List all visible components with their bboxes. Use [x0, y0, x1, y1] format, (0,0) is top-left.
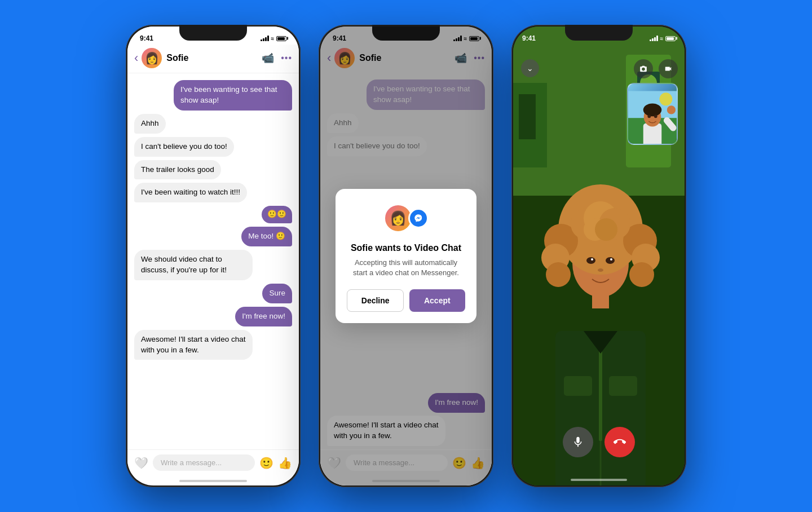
minimize-call-button[interactable]: ⌄ [521, 59, 539, 77]
heart-icon-1[interactable]: 🤍 [134, 456, 148, 470]
header-icons-1: 📹 ••• [262, 52, 292, 64]
svg-point-23 [595, 218, 617, 241]
messages-1: I've been wanting to see that show asap!… [127, 73, 299, 449]
svg-rect-30 [599, 339, 602, 441]
svg-point-25 [606, 257, 615, 264]
modal-description: Accepting this will automatically start … [347, 258, 465, 278]
msg-sent-3: Me too! 🙂 [241, 227, 292, 246]
pip-person [628, 84, 677, 144]
accept-button[interactable]: Accept [409, 289, 465, 312]
top-right-call-icons [634, 59, 678, 78]
svg-point-38 [643, 103, 661, 116]
svg-point-42 [667, 105, 676, 114]
battery-icon-1 [276, 36, 286, 41]
svg-point-26 [591, 258, 593, 261]
emoji-icon-1[interactable]: 🙂 [259, 456, 273, 470]
msg-sent-1: I've been wanting to see that show asap! [174, 80, 292, 111]
msg-recv-3: The trailer looks good [134, 160, 221, 180]
pip-window[interactable] [627, 83, 678, 145]
contact-name-1: Sofie [166, 53, 262, 63]
call-controls [513, 427, 685, 457]
msg-recv-2: I can't believe you do too! [134, 137, 234, 157]
decline-button[interactable]: Decline [347, 289, 404, 312]
msg-sent-4: Sure [262, 284, 292, 303]
status-icons-3: ≈ [650, 36, 676, 42]
back-button-1[interactable]: ‹ [134, 51, 138, 65]
modal-title: Sofie wants to Video Chat [347, 243, 465, 253]
msg-sent-5: I'm free now! [235, 307, 292, 326]
svg-point-35 [659, 92, 672, 105]
chat-header-1: ‹ 👩 Sofie 📹 ••• [127, 45, 299, 73]
svg-point-27 [610, 258, 612, 261]
svg-rect-31 [564, 376, 592, 396]
svg-rect-32 [609, 376, 637, 396]
modal-buttons: Decline Accept [347, 289, 465, 312]
modal-overlay: 👩 Sofie wants to Video Chat Accepting th… [320, 27, 492, 485]
flip-camera-button[interactable] [634, 59, 653, 78]
status-icons-1: ≈ [261, 36, 287, 42]
signal-icon-1 [261, 36, 269, 41]
msg-recv-1: Ahhh [134, 114, 166, 134]
video-call-button-1[interactable]: 📹 [262, 52, 274, 64]
home-indicator-1 [179, 480, 247, 482]
like-icon-1[interactable]: 👍 [278, 456, 292, 470]
time-3: 9:41 [522, 34, 536, 42]
mute-button[interactable] [563, 427, 593, 457]
wifi-icon-3: ≈ [660, 36, 664, 42]
msg-sent-2: 🙂🙂 [262, 206, 292, 223]
svg-point-15 [546, 262, 571, 287]
msg-recv-5: We should video chat to discuss, if you'… [134, 250, 253, 280]
message-input-1[interactable]: Write a message... [153, 454, 255, 471]
phone-1: 9:41 ≈ ‹ 👩 Sofie 📹 [126, 25, 301, 487]
wifi-icon-1: ≈ [271, 36, 275, 42]
svg-rect-7 [519, 94, 536, 139]
more-options-button-1[interactable]: ••• [281, 53, 292, 63]
home-indicator-3 [571, 479, 627, 481]
input-bar-1: 🤍 Write a message... 🙂 👍 [127, 449, 299, 480]
video-chat-modal: 👩 Sofie wants to Video Chat Accepting th… [336, 189, 476, 323]
status-bar-3: 9:41 ≈ [513, 27, 685, 47]
signal-icon-3 [650, 36, 658, 41]
msg-recv-4: I've been waiting to watch it!!! [134, 183, 247, 202]
end-call-button[interactable] [604, 427, 635, 457]
svg-point-40 [654, 114, 657, 118]
notch-1 [179, 25, 247, 41]
svg-point-39 [647, 114, 651, 118]
svg-point-24 [586, 257, 595, 264]
time-1: 9:41 [140, 34, 153, 42]
video-button-call[interactable] [659, 59, 678, 78]
phone-3: 9:41 ≈ ⌄ [511, 25, 686, 487]
svg-point-28 [598, 268, 603, 272]
msg-recv-6: Awesome! I'll start a video chat with yo… [134, 330, 253, 360]
modal-avatars: 👩 [347, 202, 465, 234]
battery-icon-3 [665, 36, 676, 41]
svg-point-18 [629, 262, 654, 287]
phone-2: 9:41 ≈ ‹ 👩 Sofie 📹 [319, 25, 493, 487]
messenger-icon [408, 208, 429, 228]
avatar-1: 👩 [142, 48, 162, 68]
